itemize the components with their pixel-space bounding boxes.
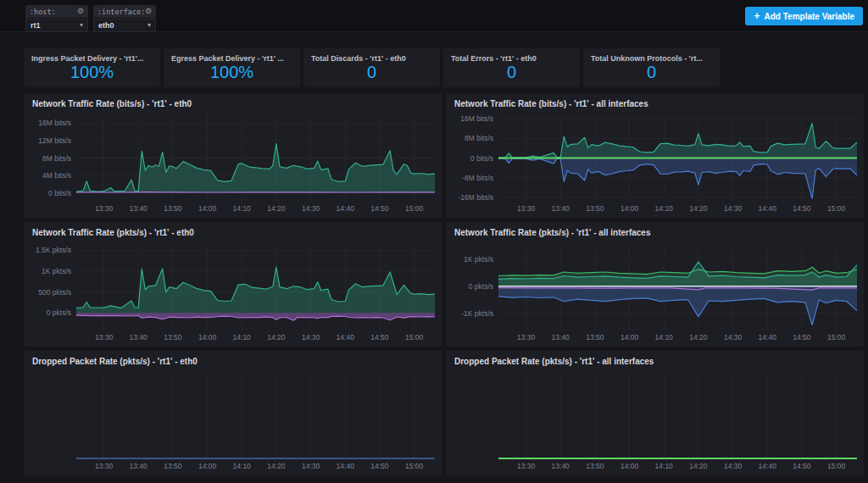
chart-title: Network Traffic Rate (pkts/s) - 'rt1' - … [454, 228, 651, 237]
x-tick-label: 14:30 [724, 333, 743, 341]
x-tick-label: 13:40 [552, 462, 570, 470]
chart-panel[interactable]: Dropped Packet Rate (pkts/s) - 'rt1' - e… [24, 351, 442, 475]
stat-title: Ingress Packet Delivery - 'rt1'... [24, 48, 160, 63]
x-tick-label: 14:50 [370, 462, 389, 470]
stat-panel[interactable]: Ingress Packet Delivery - 'rt1'... 100% [24, 48, 160, 87]
chart-plot[interactable]: 13:3013:4013:5014:0014:1014:2014:3014:40… [24, 369, 442, 474]
stat-panel[interactable]: Total Errors - 'rt1' - eth0 0 [443, 48, 580, 87]
x-tick-label: 14:10 [233, 204, 252, 213]
stat-value: 100% [24, 63, 160, 82]
x-tick-label: 13:30 [95, 204, 114, 213]
x-tick-label: 14:20 [689, 462, 708, 470]
x-tick-label: 13:40 [130, 333, 148, 341]
stat-title: Egress Packet Delivery - 'rt1' ... [164, 48, 300, 63]
chart-panel[interactable]: Network Traffic Rate (bits/s) - 'rt1' - … [24, 93, 442, 218]
chart-canvas[interactable]: 13:3013:4013:5014:0014:1014:2014:3014:40… [24, 369, 442, 474]
y-tick-label: 4M bits/s [42, 171, 71, 180]
chart-canvas[interactable]: 13:3013:4013:5014:0014:1014:2014:3014:40… [24, 241, 442, 345]
x-tick-label: 14:00 [198, 462, 217, 470]
chart-canvas[interactable]: 13:3013:4013:5014:0014:1014:2014:3014:40… [446, 241, 864, 345]
x-tick-label: 13:40 [130, 462, 148, 470]
x-tick-label: 14:30 [724, 462, 743, 470]
chart-plot[interactable]: 13:3013:4013:5014:0014:1014:2014:3014:40… [446, 369, 864, 474]
chart-title: Network Traffic Rate (pkts/s) - 'rt1' - … [32, 228, 194, 237]
chart-panel[interactable]: Network Traffic Rate (bits/s) - 'rt1' - … [446, 93, 864, 218]
chart-plot[interactable]: 13:3013:4013:5014:0014:1014:2014:3014:40… [446, 241, 864, 345]
chart-plot[interactable]: 13:3013:4013:5014:0014:1014:2014:3014:40… [24, 112, 442, 216]
series-blue-area [498, 158, 857, 199]
template-variable-header: :interface: ⚙ [93, 5, 156, 18]
y-tick-label: 0 pkts/s [469, 282, 493, 291]
y-tick-label: 8M bits/s [465, 134, 493, 142]
x-tick-label: 14:50 [793, 462, 811, 470]
stat-panel[interactable]: Total Unknown Protocols - 'rt... 0 [583, 48, 720, 87]
x-tick-label: 14:30 [302, 204, 320, 213]
y-tick-label: 1.5K pkts/s [36, 246, 71, 254]
series-purple-area [76, 313, 435, 320]
stat-title: Total Discards - 'rt1' - eth0 [303, 48, 440, 63]
stat-value: 100% [164, 63, 300, 82]
series-blue-area [498, 286, 857, 325]
y-tick-label: 16M bits/s [460, 114, 493, 123]
plus-icon: + [754, 11, 760, 21]
y-tick-label: 0 pkts/s [47, 308, 71, 317]
x-tick-label: 13:50 [586, 462, 604, 470]
x-tick-label: 14:20 [689, 333, 708, 341]
series-teal-area [76, 267, 435, 313]
x-tick-label: 14:10 [233, 333, 252, 341]
chart-panel[interactable]: Network Traffic Rate (pkts/s) - 'rt1' - … [446, 222, 864, 347]
x-tick-label: 14:10 [655, 333, 674, 341]
chart-panel[interactable]: Network Traffic Rate (pkts/s) - 'rt1' - … [24, 222, 442, 347]
x-tick-label: 14:40 [337, 204, 355, 213]
x-tick-label: 13:50 [164, 333, 182, 341]
y-tick-label: 0 bits/s [470, 154, 493, 163]
chart-plot[interactable]: 13:3013:4013:5014:0014:1014:2014:3014:40… [24, 241, 442, 345]
chart-panel[interactable]: Dropped Packet Rate (pkts/s) - 'rt1' - a… [446, 351, 864, 475]
x-tick-label: 14:00 [198, 333, 217, 341]
gear-icon[interactable]: ⚙ [145, 8, 152, 15]
chart-canvas[interactable]: 13:3013:4013:5014:0014:1014:2014:3014:40… [24, 112, 442, 216]
y-tick-label: -1K pkts/s [461, 309, 493, 318]
x-tick-label: 13:40 [130, 204, 148, 213]
x-tick-label: 13:30 [517, 462, 536, 470]
chart-plot[interactable]: 13:3013:4013:5014:0014:1014:2014:3014:40… [446, 112, 864, 216]
x-tick-label: 14:20 [267, 462, 286, 470]
x-tick-label: 13:50 [586, 333, 604, 341]
template-variable-value: rt1 [31, 21, 41, 30]
chart-canvas[interactable]: 13:3013:4013:5014:0014:1014:2014:3014:40… [446, 112, 864, 216]
template-variable-dropdown[interactable]: rt1 ▾ [25, 19, 88, 32]
stat-value: 0 [303, 63, 440, 82]
x-tick-label: 14:40 [759, 204, 777, 213]
x-tick-label: 13:30 [517, 333, 536, 341]
chevron-down-icon: ▾ [80, 22, 83, 29]
template-variable-label: :host: [30, 8, 56, 16]
chart-title: Network Traffic Rate (bits/s) - 'rt1' - … [32, 99, 192, 108]
y-tick-label: 12M bits/s [38, 136, 71, 145]
x-tick-label: 14:00 [620, 333, 639, 341]
x-tick-label: 14:40 [759, 462, 777, 470]
stat-panel[interactable]: Total Discards - 'rt1' - eth0 0 [303, 48, 440, 87]
y-tick-label: 0 bits/s [48, 189, 71, 197]
x-tick-label: 14:30 [724, 204, 743, 213]
x-tick-label: 13:40 [552, 333, 570, 341]
x-tick-label: 13:30 [517, 204, 536, 213]
add-template-variable-button[interactable]: + Add Template Variable [745, 7, 863, 25]
gear-icon[interactable]: ⚙ [77, 8, 84, 15]
y-tick-label: 1K pkts/s [464, 255, 493, 264]
x-tick-label: 14:00 [620, 204, 639, 213]
template-variables: :host: ⚙ rt1 ▾ :interface: ⚙ eth0 ▾ [25, 5, 156, 32]
stat-panel[interactable]: Egress Packet Delivery - 'rt1' ... 100% [164, 48, 300, 87]
y-tick-label: 500 pkts/s [38, 288, 71, 297]
x-tick-label: 14:00 [198, 204, 217, 213]
template-variable-label: :interface: [97, 8, 145, 16]
x-tick-label: 13:50 [164, 204, 182, 213]
x-tick-label: 14:20 [267, 204, 286, 213]
template-variable-dropdown[interactable]: eth0 ▾ [93, 19, 156, 32]
x-tick-label: 14:50 [793, 204, 811, 213]
x-tick-label: 13:40 [552, 204, 570, 213]
template-variable: :host: ⚙ rt1 ▾ [25, 5, 88, 32]
chevron-down-icon: ▾ [147, 22, 151, 29]
chart-canvas[interactable]: 13:3013:4013:5014:0014:1014:2014:3014:40… [446, 369, 864, 474]
y-tick-label: 1K pkts/s [42, 267, 71, 275]
x-tick-label: 14:10 [233, 462, 252, 470]
